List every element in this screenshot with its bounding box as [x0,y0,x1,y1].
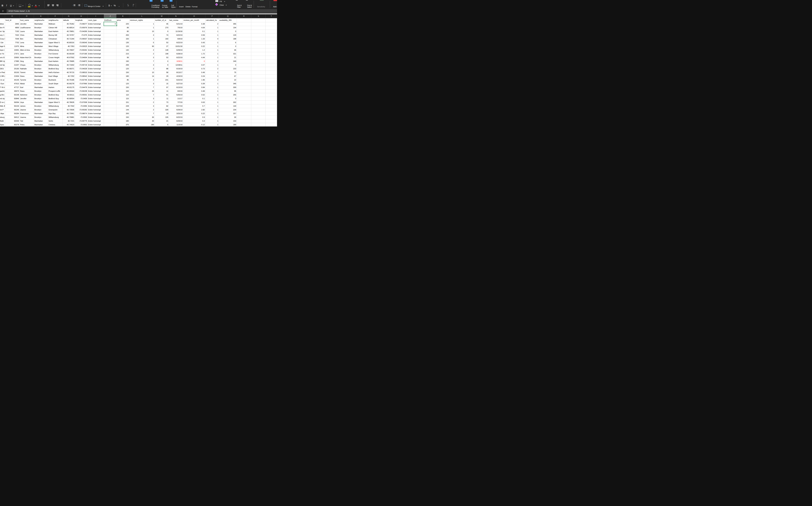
cell[interactable]: Entire home/apt [88,37,104,41]
cell[interactable]: 82 [155,104,169,108]
cell[interactable]: Entire home/apt [88,30,104,33]
cell[interactable]: Williamsburg [48,63,63,67]
cell[interactable]: -73.94694 [75,56,88,60]
cell[interactable]: -73.97966 [75,82,88,86]
cell[interactable]: Williamsburg [48,49,63,52]
cell[interactable]: 15 [155,82,169,86]
cell[interactable] [104,86,116,89]
cell[interactable] [237,60,251,63]
cell[interactable]: 85 [116,78,130,82]
cell[interactable]: 56512 [5,115,20,119]
cell[interactable]: 21 [219,56,237,60]
cell[interactable]: 6/29/19 [169,119,183,123]
cell[interactable] [251,115,266,119]
cell[interactable]: 1 [206,30,219,33]
cell[interactable] [251,67,266,71]
cell[interactable]: host_id [5,18,20,22]
cell[interactable] [104,45,116,48]
cell[interactable]: Entire home/apt [88,67,104,71]
cell[interactable]: last_review [169,18,183,22]
cell[interactable]: Jane [20,52,34,56]
delete-button[interactable]: Delete [185,6,191,8]
cell[interactable]: 6/29/19 [169,108,183,112]
cell[interactable]: Entire home/apt [88,115,104,119]
cell[interactable]: price [116,18,130,22]
cell[interactable]: Entire home/apt [88,89,104,93]
cell[interactable] [251,26,266,29]
cell[interactable] [237,45,251,48]
cell[interactable] [251,71,266,74]
cell[interactable]: 29 [130,89,155,93]
cell[interactable]: 56094 [5,101,20,104]
cell[interactable] [266,41,277,45]
cell[interactable]: -73.99775 [75,119,88,123]
cell[interactable]: Crown Height [48,56,63,60]
cell[interactable]: 1 [206,82,219,86]
cell[interactable]: 40.7042 [63,104,75,108]
formula-input[interactable]: =IF(I2="Entire Home", 1, 0) [7,9,277,13]
cell[interactable]: 1 [206,101,219,104]
cell[interactable] [104,71,116,74]
cell[interactable] [104,41,116,45]
cell[interactable] [266,86,277,89]
cell[interactable]: 6/22/19 [169,33,183,37]
cell[interactable]: 1 [206,93,219,97]
cell[interactable] [104,33,116,37]
cell[interactable]: 249 [219,60,237,63]
cell[interactable]: 60278 [5,123,20,126]
cell[interactable]: -73.98533 [75,71,88,74]
cell[interactable]: Greenpoint [48,108,63,112]
cell[interactable]: 0.49 [183,89,206,93]
cell[interactable]: 321 [219,52,237,56]
comma-format-button[interactable]: , [119,4,119,7]
cell[interactable]: -73.94028 [75,67,88,71]
sensitivity-button[interactable]: Sensitivity [257,6,265,8]
column-header-Q[interactable]: Q [219,14,237,18]
cell[interactable]: Dana [20,75,34,78]
cell[interactable] [266,52,277,56]
cell[interactable]: Brooklyn [34,78,48,82]
cell[interactable]: 6/22/19 [169,78,183,82]
cell[interactable]: Midtown [48,22,63,26]
find-select-button[interactable]: Find &Select [242,5,252,6]
cell[interactable]: Manhattan [34,41,48,45]
cell[interactable] [237,67,251,71]
cell[interactable] [266,33,277,37]
cell[interactable]: Entire home/apt [88,119,104,123]
cell[interactable]: 40.76715 [63,71,75,74]
cell[interactable] [104,63,116,67]
cell[interactable]: Brooklyn [34,93,48,97]
cell[interactable]: 75 [219,71,237,74]
cell[interactable]: Earl [20,86,34,89]
cell[interactable] [104,123,116,126]
cell[interactable] [266,22,277,26]
cell[interactable]: 0.63 [183,101,206,104]
cell[interactable]: Manhattan [34,123,48,126]
cell[interactable]: 1.96 [183,78,206,82]
cell[interactable]: Brooklyn [34,52,48,56]
cell[interactable]: 40.80316 [63,41,75,45]
cell[interactable]: 180 [116,119,130,123]
cell[interactable] [237,56,251,60]
cell[interactable]: Brooklyn [34,56,48,60]
cell[interactable]: 56104 [5,104,20,108]
conditional-formatting-button[interactable]: ConditionalFormatting [144,5,159,6]
cell[interactable]: lage N [0,45,5,48]
cell-styles-button[interactable]: CellStyles [167,5,175,6]
cell[interactable]: Entire home/apt [88,45,104,48]
format-button[interactable]: Format [192,6,197,8]
cell[interactable]: Williamsburg [48,115,63,119]
cell[interactable] [266,119,277,123]
cell[interactable] [266,112,277,115]
cell[interactable]: 190 [116,60,130,63]
cell[interactable] [266,37,277,41]
cell[interactable]: 4.44 [183,56,206,60]
cell[interactable]: Jennifer [20,22,34,26]
cell[interactable]: 328 [155,108,169,112]
clear-dropdown-icon[interactable] [226,5,227,5]
cell[interactable]: Entire home/apt [88,86,104,89]
cell[interactable]: 11 [155,97,169,100]
cell[interactable]: Upper West S [48,101,63,104]
clear-button[interactable]: Clear [220,4,224,6]
cell[interactable]: 47610 [5,82,20,86]
